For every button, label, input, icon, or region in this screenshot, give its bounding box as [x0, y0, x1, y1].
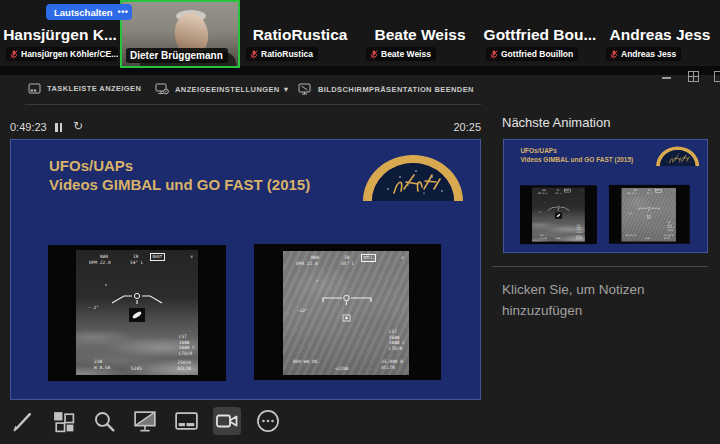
participant-tile-ratiorustica[interactable]: RatioRustica RatioRustica [240, 0, 360, 66]
participant-footer: Beate Weiss [366, 47, 436, 61]
mic-muted-icon [250, 50, 258, 59]
participant-more-button[interactable]: ••• [114, 4, 132, 20]
participant-footer-label: Dieter Brüggemann [130, 50, 223, 61]
camera-toggle-button[interactable] [213, 407, 241, 435]
pen-tool-button[interactable] [8, 407, 36, 435]
mic-muted-icon [10, 50, 18, 59]
gimbal-video-still: NAR OPM 22.0 IR 54° L BHOT ∨ - 2° LST 16… [520, 185, 597, 244]
gofast-flir-frame: NRR OPR 21.0 IR 35° L RTCL ∨ -22° LST 16… [622, 188, 676, 242]
slide-title: UFOs/UAPs Videos GIMBAL und GO FAST (201… [49, 156, 310, 194]
magnifier-icon [92, 409, 117, 434]
next-slide-thumbnail-content: UFOs/UAPs Videos GIMBAL und GO FAST (201… [504, 140, 707, 253]
unmute-button[interactable]: Lautschalten [46, 4, 121, 20]
participant-tile-dieter-video[interactable]: Dieter Brüggemann [120, 0, 240, 68]
end-presentation-button[interactable]: BILDSCHIRMPRÄSENTATION BEENDEN [298, 83, 474, 95]
slide-title: UFOs/UAPs Videos GIMBAL und GO FAST (201… [520, 147, 633, 163]
elapsed-time: 0:49:23 [10, 121, 47, 133]
show-taskbar-label: TASKLEISTE ANZEIGEN [47, 84, 141, 93]
participant-footer-label: RatioRustica [261, 49, 313, 59]
next-animation-header: Nächste Animation [502, 115, 610, 130]
current-slide[interactable]: UFOs/UAPs Videos GIMBAL und GO FAST (201… [10, 139, 481, 400]
slide-title-line2: Videos GIMBAL und GO FAST (2015) [520, 155, 633, 163]
gimbal-hud-crosshair-icon [532, 188, 585, 242]
gimbal-video-still: NAR OPM 22.0 IR 54° L BHOT ∨ - 2° LST 16… [48, 245, 226, 381]
slide-title-line2: Videos GIMBAL und GO FAST (2015) [49, 175, 310, 194]
mic-muted-icon [610, 50, 618, 59]
participant-tile-andreas[interactable]: Andreas Jess Andreas Jess [600, 0, 720, 66]
gofast-video-still: NRR OPR 21.0 IR 35° L RTCL ∨ -22° LST 16… [254, 244, 441, 380]
gofast-flir-frame: NRR OPR 21.0 IR 35° L RTCL ∨ -22° LST 16… [283, 251, 409, 375]
zoom-slide-button[interactable] [90, 407, 118, 435]
gofast-video-still: NRR OPR 21.0 IR 35° L RTCL ∨ -22° LST 16… [609, 185, 690, 244]
participant-footer-label: Andreas Jess [621, 49, 676, 59]
slide-title-line1: UFOs/UAPs [49, 156, 310, 175]
toolbar-separator [25, 104, 481, 105]
participant-footer-label: Hansjürgen Köhler/CE... [21, 49, 118, 59]
participant-name: RatioRustica [242, 26, 358, 44]
subtitles-icon [173, 409, 200, 434]
screen: Hansjürgen K... Hansjürgen Köhler/CE... … [0, 0, 720, 444]
participant-name: Hansjürgen K... [2, 26, 118, 44]
end-presentation-label: BILDSCHIRMPRÄSENTATION BEENDEN [318, 85, 474, 94]
mic-muted-icon [490, 50, 498, 59]
participant-tile-beate[interactable]: Beate Weiss Beate Weiss [360, 0, 480, 66]
participant-footer: Andreas Jess [606, 47, 681, 61]
participant-name: Gottfried Bou... [482, 26, 598, 44]
mic-muted-icon [370, 50, 378, 59]
taskbar-icon [28, 83, 41, 94]
participant-tile-gottfried[interactable]: Gottfried Bou... Gottfried Bouillon [480, 0, 600, 66]
pen-icon [10, 409, 35, 434]
gofast-hud-crosshair-icon [622, 188, 676, 242]
astronomieverein-logo-icon [654, 145, 702, 167]
end-presentation-icon [298, 83, 312, 95]
slide-title-line1: UFOs/UAPs [520, 147, 633, 155]
participant-footer: RatioRustica [246, 47, 318, 61]
gimbal-flir-frame: NAR OPM 22.0 IR 54° L BHOT ∨ - 2° LST 16… [532, 188, 585, 242]
participant-name: Beate Weiss [362, 26, 478, 44]
gimbal-hud-crosshair-icon [76, 250, 198, 375]
participant-footer: Dieter Brüggemann [126, 48, 228, 63]
slideshow-toolbar [8, 407, 282, 435]
presenter-view: TASKLEISTE ANZEIGEN ANZEIGEEINSTELLUNGEN… [0, 75, 720, 444]
see-all-slides-button[interactable] [49, 407, 77, 435]
black-screen-button[interactable] [131, 407, 159, 435]
restart-timer-button[interactable]: ↻ [73, 119, 83, 133]
strip-layout-icon[interactable] [688, 71, 699, 82]
see-all-slides-icon [51, 409, 76, 434]
current-time: 20:25 [411, 121, 481, 133]
gofast-hud-crosshair-icon [283, 251, 409, 375]
participant-footer: Gottfried Bouillon [486, 47, 578, 61]
notes-separator [492, 266, 708, 267]
camera-icon [214, 409, 240, 433]
participant-footer-label: Gottfried Bouillon [501, 49, 573, 59]
participant-footer-label: Beate Weiss [381, 49, 431, 59]
display-settings-icon [155, 83, 169, 95]
strip-more-icon[interactable] [714, 71, 720, 82]
black-screen-icon [132, 409, 159, 434]
display-settings-button[interactable]: ANZEIGEEINSTELLUNGEN ▼ [155, 83, 290, 95]
participant-footer: Hansjürgen Köhler/CE... [6, 47, 118, 61]
display-settings-label: ANZEIGEEINSTELLUNGEN ▼ [175, 85, 290, 94]
gimbal-flir-frame: NAR OPM 22.0 IR 54° L BHOT ∨ - 2° LST 16… [76, 250, 198, 375]
strip-minimize-icon[interactable] [662, 77, 671, 79]
pause-timer-button[interactable] [55, 123, 63, 132]
participant-name: Andreas Jess [602, 26, 718, 44]
more-slideshow-options-button[interactable] [254, 407, 282, 435]
astronomieverein-logo-icon [358, 151, 468, 201]
next-slide-thumbnail[interactable]: UFOs/UAPs Videos GIMBAL und GO FAST (201… [503, 139, 708, 253]
notes-placeholder[interactable]: Klicken Sie, um Notizen hinzuzufügen [502, 279, 664, 321]
more-options-icon [255, 408, 281, 434]
zoom-video-strip: Hansjürgen K... Hansjürgen Köhler/CE... … [0, 0, 720, 75]
show-taskbar-button[interactable]: TASKLEISTE ANZEIGEN [28, 83, 141, 94]
subtitles-button[interactable] [172, 407, 200, 435]
